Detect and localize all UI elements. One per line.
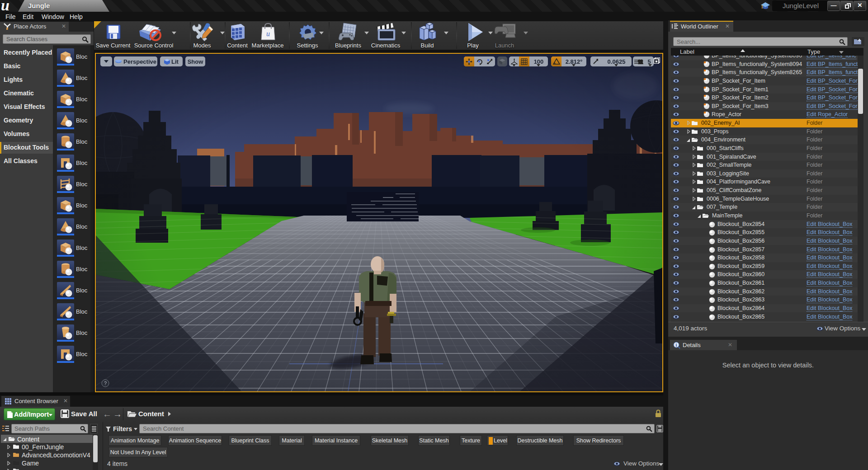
svg-text:i: i xyxy=(676,343,677,348)
svg-text:u: u xyxy=(266,30,270,38)
svg-text:?: ? xyxy=(104,381,107,386)
